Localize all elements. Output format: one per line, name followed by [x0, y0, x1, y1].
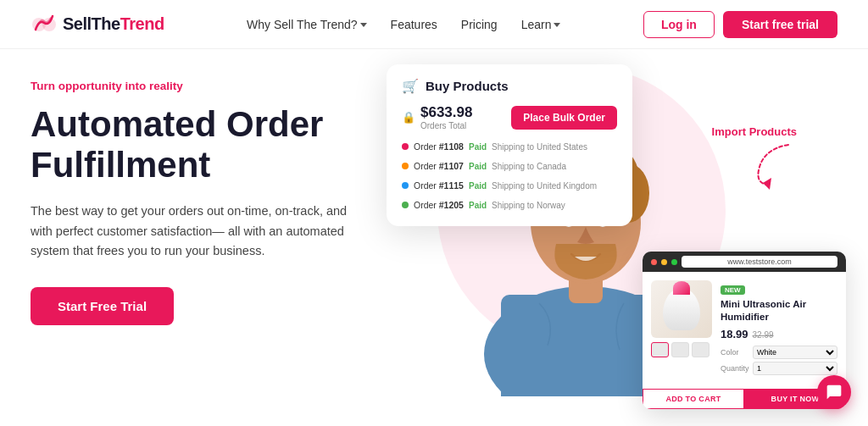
window-dot-yellow	[661, 259, 667, 265]
chevron-down-icon	[554, 23, 560, 27]
start-trial-nav-button[interactable]: Start free trial	[723, 11, 837, 38]
nav-item-pricing[interactable]: Pricing	[451, 13, 508, 36]
product-price-row: 18.99 32.99	[721, 328, 837, 340]
product-thumbnails	[651, 342, 712, 357]
product-options: Color White Quantity 1	[721, 346, 837, 375]
orders-list: Order #1108 Paid Shipping to United Stat…	[402, 139, 617, 213]
price-new: 18.99	[721, 328, 748, 340]
cart-icon: 🛒	[402, 78, 419, 94]
thumbnail[interactable]	[651, 342, 669, 357]
total-amount: $633.98	[420, 104, 472, 121]
place-bulk-order-button[interactable]: Place Bulk Order	[511, 106, 617, 130]
hero-left: Turn opportunity into reality Automated …	[31, 49, 387, 325]
import-arrow-icon	[746, 141, 797, 195]
product-image-block	[651, 280, 712, 380]
buy-products-card: 🛒 Buy Products 🔒 $633.98 Orders Total Pl…	[387, 64, 632, 226]
url-bar: www.teststore.com	[682, 256, 837, 268]
chevron-down-icon	[360, 23, 367, 27]
main-nav: Why Sell The Trend? Features Pricing Lea…	[236, 13, 570, 36]
product-card-actions: ADD TO CART BUY IT NOW	[643, 389, 846, 409]
hero-description: The best way to get your orders out on-t…	[31, 202, 353, 263]
window-dot-green	[671, 259, 677, 265]
product-main-image	[651, 280, 712, 338]
total-sub: Orders Total	[420, 121, 472, 130]
hero-headline: Automated Order Fulfillment	[31, 104, 387, 186]
start-trial-hero-button[interactable]: Start Free Trial	[31, 287, 174, 325]
price-old: 32.99	[753, 330, 774, 340]
hero-tagline: Turn opportunity into reality	[31, 80, 387, 92]
nav-item-features[interactable]: Features	[381, 13, 448, 36]
quantity-select[interactable]: 1	[753, 362, 837, 375]
window-dot-red	[651, 259, 657, 265]
color-select[interactable]: White	[753, 346, 837, 359]
product-card-header: www.teststore.com	[643, 252, 846, 272]
option-row: Color White	[721, 346, 837, 359]
order-row: Order #1108 Paid Shipping to United Stat…	[402, 139, 617, 154]
order-total-label: 🔒 $633.98 Orders Total	[402, 104, 472, 130]
product-name: Mini Ultrasonic Air Humidifier	[721, 298, 837, 324]
humidifier-shape	[663, 288, 700, 330]
order-row: Order #1107 Paid Shipping to Canada	[402, 158, 617, 174]
nav-item-learn[interactable]: Learn	[511, 13, 571, 36]
order-row: Order #1115 Paid Shipping to United King…	[402, 178, 617, 193]
order-dot-icon	[402, 143, 409, 150]
option-row: Quantity 1	[721, 362, 837, 375]
product-card: www.teststore.com NEW	[643, 252, 846, 409]
product-badge: NEW	[721, 285, 745, 295]
header-actions: Log in Start free trial	[643, 11, 837, 38]
humidifier-top	[673, 281, 690, 295]
order-dot-icon	[402, 182, 409, 189]
lock-icon: 🔒	[402, 111, 415, 124]
nav-item-why[interactable]: Why Sell The Trend?	[236, 13, 376, 36]
import-products-label: Import Products	[712, 125, 797, 138]
thumbnail[interactable]	[671, 342, 689, 357]
thumbnail[interactable]	[692, 342, 709, 357]
product-card-body: NEW Mini Ultrasonic Air Humidifier 18.99…	[643, 272, 846, 389]
order-total-row: 🔒 $633.98 Orders Total Place Bulk Order	[402, 104, 617, 130]
card-header: 🛒 Buy Products	[402, 78, 617, 94]
hero-right: 🛒 Buy Products 🔒 $633.98 Orders Total Pl…	[387, 49, 837, 426]
order-row: Order #1205 Paid Shipping to Norway	[402, 197, 617, 213]
product-info: NEW Mini Ultrasonic Air Humidifier 18.99…	[721, 280, 837, 380]
chat-bubble-button[interactable]	[817, 375, 851, 409]
card-title: Buy Products	[426, 79, 509, 93]
login-button[interactable]: Log in	[643, 11, 715, 38]
add-to-cart-button[interactable]: ADD TO CART	[643, 389, 744, 409]
svg-marker-16	[763, 178, 771, 190]
order-dot-icon	[402, 202, 409, 208]
order-dot-icon	[402, 163, 409, 169]
logo[interactable]: SellTheTrend	[31, 11, 164, 38]
